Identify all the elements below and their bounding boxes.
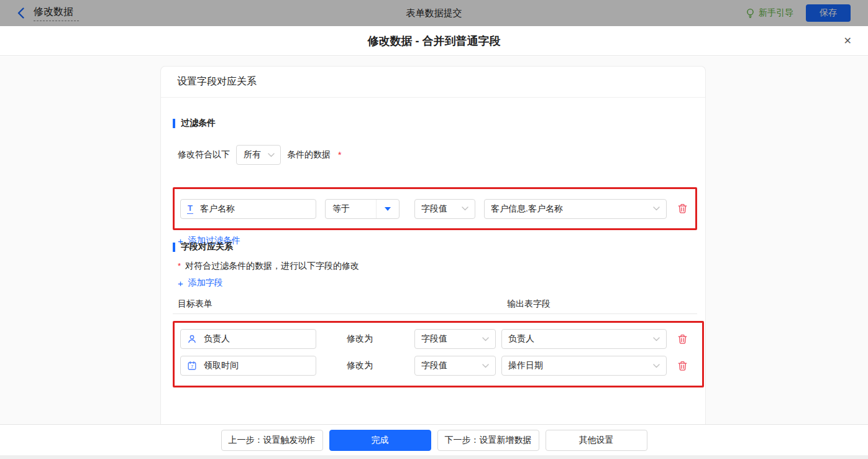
modify-to-label: 修改为 xyxy=(347,333,373,345)
card-header-title: 设置字段对应关系 xyxy=(161,67,705,98)
person-icon xyxy=(187,334,197,344)
match-prefix-label: 修改符合以下 xyxy=(178,149,230,160)
dropdown-triangle-icon xyxy=(385,207,391,211)
beginner-guide-button[interactable]: 新手引导 xyxy=(746,7,793,19)
filter-condition-highlight-box: T 客户名称 等于 字段值 客户信息.客户名称 xyxy=(173,187,697,230)
required-asterisk: * xyxy=(338,150,341,160)
operator-select[interactable]: 等于 xyxy=(325,199,400,219)
field-mapping-highlight-box: 负责人 修改为 字段值 负责人 xyxy=(173,321,704,387)
mapping-row: 负责人 修改为 字段值 负责人 xyxy=(180,329,702,349)
chevron-down-icon xyxy=(482,364,489,368)
target-field-input[interactable]: 负责人 xyxy=(180,329,316,349)
beginner-guide-label: 新手引导 xyxy=(759,7,793,19)
chevron-down-icon xyxy=(462,206,468,211)
condition-field-input[interactable]: T 客户名称 xyxy=(180,199,316,219)
filter-condition-row: T 客户名称 等于 字段值 客户信息.客户名称 xyxy=(180,199,688,219)
operator-value: 等于 xyxy=(326,203,350,215)
next-step-button[interactable]: 下一步：设置新增数据 xyxy=(437,430,539,451)
dialog-header: 修改数据 - 合并到普通字段 ✕ xyxy=(0,26,868,56)
lightbulb-icon xyxy=(746,8,755,19)
svg-text:7: 7 xyxy=(191,364,193,369)
match-suffix-label: 条件的数据 xyxy=(287,149,331,160)
trash-icon xyxy=(677,203,688,214)
required-asterisk: * xyxy=(178,261,181,271)
mapping-value-select[interactable]: 负责人 xyxy=(501,329,667,349)
chevron-down-icon xyxy=(653,364,660,368)
match-type-select[interactable]: 所有 xyxy=(236,145,281,165)
save-button[interactable]: 保存 xyxy=(806,4,851,22)
match-type-value: 所有 xyxy=(244,149,261,160)
condition-field-value: 客户名称 xyxy=(200,203,235,215)
table-header-divider xyxy=(173,313,697,314)
topbar-title: 表单数据提交 xyxy=(0,7,868,19)
section-marker-bar xyxy=(173,119,175,128)
finish-button[interactable]: 完成 xyxy=(329,430,431,451)
chevron-down-icon xyxy=(653,337,660,341)
chevron-down-icon xyxy=(268,153,275,157)
modify-data-dialog: 修改数据 - 合并到普通字段 ✕ 设置字段对应关系 过滤条件 修改符合以下 所有… xyxy=(0,26,868,459)
page-background-strip xyxy=(0,455,868,459)
section-marker-bar xyxy=(173,243,175,252)
trash-icon xyxy=(677,334,688,345)
dialog-footer: 上一步：设置触发动作 完成 下一步：设置新增数据 其他设置 xyxy=(0,424,868,455)
plus-icon: + xyxy=(178,278,183,289)
filter-match-row: 修改符合以下 所有 条件的数据 * xyxy=(178,145,341,165)
filter-section-title: 过滤条件 xyxy=(173,118,216,129)
trash-icon xyxy=(677,361,688,371)
prev-step-button[interactable]: 上一步：设置触发动作 xyxy=(221,430,323,451)
delete-mapping-button[interactable] xyxy=(677,333,688,345)
target-field-input[interactable]: 7 领取时间 xyxy=(180,356,316,376)
mapping-value-select[interactable]: 操作日期 xyxy=(501,356,667,376)
column-header-target-form: 目标表单 xyxy=(178,299,212,310)
mapping-section-title: 字段对应关系 xyxy=(173,241,233,253)
add-field-link[interactable]: + 添加字段 xyxy=(178,277,223,289)
field-mapping-card: 设置字段对应关系 过滤条件 修改符合以下 所有 条件的数据 * + 添加过滤条件 xyxy=(160,66,706,424)
close-icon[interactable]: ✕ xyxy=(844,36,852,46)
mapping-value-type-select[interactable]: 字段值 xyxy=(414,356,496,376)
calendar-icon: 7 xyxy=(187,361,197,371)
dialog-body: 设置字段对应关系 过滤条件 修改符合以下 所有 条件的数据 * + 添加过滤条件 xyxy=(0,57,868,424)
chevron-down-icon xyxy=(653,206,660,211)
chevron-down-icon xyxy=(482,337,489,341)
mapping-value-type-select[interactable]: 字段值 xyxy=(414,329,496,349)
column-header-output-field: 输出表字段 xyxy=(507,299,550,310)
text-field-icon: T xyxy=(187,204,193,214)
condition-value-type-select[interactable]: 字段值 xyxy=(414,199,475,219)
topbar: 修改数据 表单数据提交 新手引导 保存 xyxy=(0,0,868,26)
dialog-title: 修改数据 - 合并到普通字段 xyxy=(368,34,501,49)
mapping-description: * 对符合过滤条件的数据，进行以下字段的修改 xyxy=(178,261,359,272)
operator-caret-zone[interactable] xyxy=(376,200,399,218)
condition-value-select[interactable]: 客户信息.客户名称 xyxy=(484,199,667,219)
delete-mapping-button[interactable] xyxy=(677,360,688,371)
other-settings-button[interactable]: 其他设置 xyxy=(546,430,647,451)
delete-condition-button[interactable] xyxy=(677,203,688,215)
mapping-row: 7 领取时间 修改为 字段值 操作日期 xyxy=(180,356,702,376)
modify-to-label: 修改为 xyxy=(347,360,373,371)
